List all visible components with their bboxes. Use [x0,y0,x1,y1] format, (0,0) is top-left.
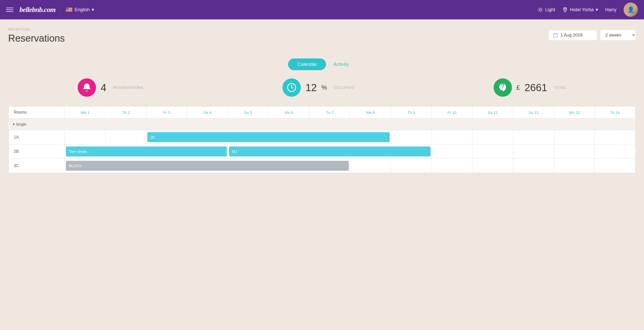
cell-2b-10[interactable] [472,144,513,159]
day-header-9: Fr 10 [432,106,472,118]
rooms-header: Rooms [9,106,65,118]
occupied-label: OCCUPIED [333,85,354,90]
cell-3c-9[interactable] [432,159,472,173]
total-value: 2661 [524,82,547,93]
menu-icon[interactable] [6,8,13,12]
day-header-7: We 8 [350,106,391,118]
cell-1a-11[interactable] [513,130,554,144]
cell-1a-1[interactable] [105,130,146,144]
theme-label: Light [545,7,555,13]
date-picker[interactable]: 1 Aug 2018 [548,30,597,41]
title-controls: 1 Aug 2018 2 weeks 1 week 1 month [548,30,636,41]
svg-line-3 [539,8,539,8]
theme-toggle[interactable]: Light [538,7,555,13]
tab-calendar[interactable]: Calendar [288,58,326,70]
hotel-selector[interactable]: Hotel Yorba ▾ [562,7,598,13]
logo[interactable]: bellebnb.com [19,6,55,14]
main-content: RECEPTION Reservations 1 Aug 2018 2 week… [0,19,644,173]
language-label: English [75,7,90,13]
day-header-0: We 1 [65,106,106,118]
cell-2b-9[interactable] [432,144,472,159]
cell-2b-11[interactable] [513,144,554,159]
svg-point-0 [539,8,541,11]
avatar[interactable]: 👤 [624,3,638,17]
cell-1a-0[interactable] [65,130,106,144]
chevron-down-icon: ▾ [92,7,94,13]
cell-3c-7[interactable] [350,159,391,173]
occupied-unit: % [321,84,327,91]
booking-mj[interactable]: MJ [228,144,432,159]
stat-reservations: 4 RESERVATIONS [78,78,144,97]
title-row: RECEPTION Reservations 1 Aug 2018 2 week… [8,28,636,49]
reservations-table: Rooms We 1 Th 2 Fr 3 Sa 4 Su 5 Mo 6 Tu 7… [8,106,636,173]
table-row[interactable]: 1A JD [9,130,636,144]
stat-total: £ 2661 TOTAL [494,78,566,97]
cell-1a-12[interactable] [554,130,595,144]
cell-1a-8[interactable] [391,130,432,144]
cell-1a-10[interactable] [472,130,513,144]
calendar-icon [553,33,558,38]
total-label: TOTAL [554,85,566,90]
group-label: ▾ Single [9,118,636,130]
reservations-value: 4 [101,82,106,93]
booking-block[interactable]: BLOCK [65,159,350,173]
stats-row: 4 RESERVATIONS 12 % OCCUPIED £ 2661 TOTA… [8,78,636,97]
day-header-8: Th 9 [391,106,432,118]
day-header-2: Fr 3 [146,106,187,118]
language-selector[interactable]: 🇺🇸 English ▾ [66,6,94,13]
day-header-4: Su 5 [228,106,269,118]
sun-icon [538,7,543,13]
header-right: Light Hotel Yorba ▾ Harry 👤 [538,3,638,17]
table-row[interactable]: 3C BLOCK [9,159,636,173]
cell-1a-9[interactable] [432,130,472,144]
day-header-1: Th 2 [105,106,146,118]
cell-2b-12[interactable] [554,144,595,159]
header: bellebnb.com 🇺🇸 English ▾ Light Hotel Yo… [0,0,644,19]
divider [8,54,636,54]
bell-icon [82,83,92,92]
day-header-13: Tu 14 [595,106,636,118]
occupied-icon [282,78,301,97]
day-header-10: Sa 11 [472,106,513,118]
calendar-table: Rooms We 1 Th 2 Fr 3 Sa 4 Su 5 Mo 6 Tu 7… [8,106,636,173]
stat-occupied: 12 % OCCUPIED [282,78,354,97]
total-currency: £ [517,84,520,91]
booking-jd[interactable]: JD [146,130,391,144]
svg-line-7 [539,11,539,11]
clock-icon [287,83,296,92]
cell-3c-8[interactable] [391,159,432,173]
cell-3c-11[interactable] [513,159,554,173]
hotel-label: Hotel Yorba [570,7,594,13]
table-row[interactable]: 2B Tom Smith MJ [9,144,636,159]
page-title: Reservations [8,33,65,44]
location-icon [562,7,568,13]
total-icon [494,78,512,97]
group-single: ▾ Single [9,118,636,130]
tab-activity[interactable]: Activity [326,58,356,70]
svg-line-8 [542,8,542,8]
flag-icon: 🇺🇸 [66,6,73,13]
chevron-down-icon: ▾ [596,7,598,13]
day-header-11: Su 12 [513,106,554,118]
svg-point-9 [565,8,566,10]
occupied-value: 12 [305,82,317,93]
date-value: 1 Aug 2018 [560,33,582,38]
cell-3c-10[interactable] [472,159,513,173]
day-header-6: Tu 7 [309,106,350,118]
room-name-3c: 3C [9,159,65,173]
svg-line-4 [542,11,542,11]
avatar-image: 👤 [624,3,638,17]
table-header-row: Rooms We 1 Th 2 Fr 3 Sa 4 Su 5 Mo 6 Tu 7… [9,106,636,118]
room-name-2b: 2B [9,144,65,159]
money-icon [498,83,508,92]
day-header-3: Sa 4 [187,106,228,118]
cell-1a-13[interactable] [595,130,636,144]
breadcrumb: RECEPTION [8,28,65,31]
booking-tomsmith[interactable]: Tom Smith [65,144,228,159]
cell-3c-12[interactable] [554,159,595,173]
reservations-label: RESERVATIONS [113,85,143,90]
cell-3c-13[interactable] [595,159,636,173]
period-select[interactable]: 2 weeks 1 week 1 month [600,30,636,41]
reservations-icon [78,78,96,97]
cell-2b-13[interactable] [595,144,636,159]
